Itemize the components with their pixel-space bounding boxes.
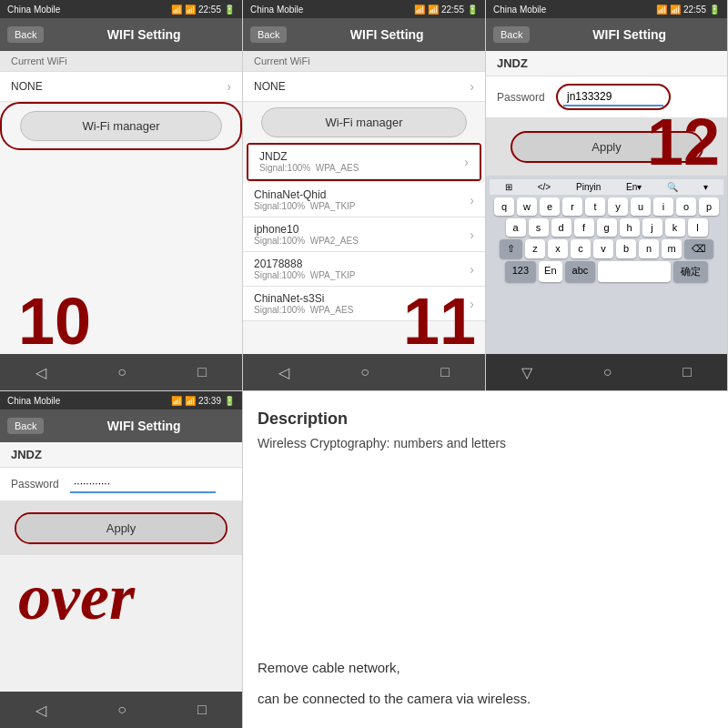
kb-y[interactable]: y xyxy=(608,197,628,216)
password-input-12[interactable] xyxy=(563,88,663,106)
jndz-outlined-11[interactable]: JNDZ Signal:100% WPA_AES › xyxy=(247,143,481,181)
password-input-4[interactable] xyxy=(70,475,216,493)
network-jndz-11[interactable]: JNDZ Signal:100% WPA_AES › xyxy=(248,145,480,179)
recents-nav-icon-10[interactable]: □ xyxy=(197,364,207,380)
chevron-11a: › xyxy=(470,79,474,94)
kb-i[interactable]: i xyxy=(653,197,673,216)
kb-t[interactable]: t xyxy=(585,197,605,216)
kb-s[interactable]: s xyxy=(529,218,549,237)
back-button-4[interactable]: Back xyxy=(7,418,44,434)
status-bar-12: China Mobile 📶 📶 22:55 🔋 xyxy=(486,0,727,18)
kb-f[interactable]: f xyxy=(574,218,594,237)
nav-title-12: WIFI Setting xyxy=(539,27,720,42)
kb-o[interactable]: o xyxy=(676,197,696,216)
network-chinanet-qhid-11[interactable]: ChinaNet-Qhid Signal:100% WPA_TKIP › xyxy=(243,183,485,217)
kb-h[interactable]: h xyxy=(620,218,640,237)
apply-button-4[interactable]: Apply xyxy=(16,514,226,542)
kb-j[interactable]: j xyxy=(642,218,662,237)
kb-q[interactable]: q xyxy=(494,197,514,216)
kb-code-icon[interactable]: </> xyxy=(538,182,551,192)
screen-4-bottom: China Mobile 📶 📶 23:39 🔋 Back WIFI Setti… xyxy=(0,391,243,728)
kb-123[interactable]: 123 xyxy=(505,261,536,282)
back-nav-icon-11[interactable]: ◁ xyxy=(278,364,289,381)
kb-expand-icon[interactable]: ▾ xyxy=(703,182,708,192)
wifi-manager-outline-10[interactable]: Wi-Fi manager xyxy=(0,102,242,150)
kb-pinyin-btn[interactable]: Pinyin xyxy=(576,182,601,192)
back-nav-icon-10[interactable]: ◁ xyxy=(35,364,46,381)
kb-grid-icon[interactable]: ⊞ xyxy=(505,182,512,192)
wifi-manager-btn-11[interactable]: Wi-Fi manager xyxy=(261,107,467,137)
jndz-label-4: JNDZ xyxy=(0,442,242,468)
network-20178888-11[interactable]: 20178888 Signal:100% WPA_TKIP › xyxy=(243,252,485,287)
screen-10: China Mobile 📶 📶 22:55 🔋 Back WIFI Setti… xyxy=(0,0,243,391)
chinanet-qhid-detail: Signal:100% WPA_TKIP xyxy=(254,201,356,211)
kb-en[interactable]: En xyxy=(539,261,561,282)
kb-shift[interactable]: ⇧ xyxy=(500,239,522,258)
back-button-11[interactable]: Back xyxy=(250,26,287,43)
section-header-10: Current WiFi xyxy=(0,51,242,72)
jndz-name-11: JNDZ xyxy=(259,150,359,163)
description-title: Description xyxy=(258,410,713,429)
kb-n[interactable]: n xyxy=(639,239,659,258)
step-number-10: 10 xyxy=(18,288,91,354)
kb-r[interactable]: r xyxy=(562,197,582,216)
none-item-10[interactable]: NONE › xyxy=(0,72,242,102)
kb-v[interactable]: v xyxy=(593,239,613,258)
kb-k[interactable]: k xyxy=(665,218,685,237)
kb-d[interactable]: d xyxy=(551,218,571,237)
kb-x[interactable]: x xyxy=(548,239,568,258)
kb-g[interactable]: g xyxy=(597,218,617,237)
kb-u[interactable]: u xyxy=(631,197,651,216)
kb-search-icon[interactable]: 🔍 xyxy=(667,182,678,192)
kb-w[interactable]: w xyxy=(517,197,537,216)
step-number-11: 11 xyxy=(403,288,476,354)
kb-en-btn[interactable]: En▾ xyxy=(626,182,642,192)
wifi-manager-btn-10[interactable]: Wi-Fi manager xyxy=(20,111,222,141)
none-item-11[interactable]: NONE › xyxy=(243,72,485,102)
carrier-4: China Mobile xyxy=(7,396,60,406)
home-nav-icon-10[interactable]: ○ xyxy=(117,364,126,380)
kb-row-1: q w e r t y u i o p xyxy=(490,197,723,216)
nav-bar-12: Back WIFI Setting xyxy=(486,18,727,51)
over-section: over xyxy=(0,555,242,692)
back-nav-icon-12[interactable]: ▽ xyxy=(521,364,532,381)
content-4: JNDZ Password Apply xyxy=(0,442,242,555)
kb-z[interactable]: z xyxy=(525,239,545,258)
kb-p[interactable]: p xyxy=(699,197,719,216)
screen-12: China Mobile 📶 📶 22:55 🔋 Back WIFI Setti… xyxy=(486,0,728,391)
back-button-12[interactable]: Back xyxy=(493,26,530,43)
chinanet-s3si-name: ChinaNet-s3Si xyxy=(254,292,353,305)
kb-row-3: ⇧ z x c v b n m ⌫ xyxy=(490,239,723,258)
network-iphone10-11[interactable]: iphone10 Signal:100% WPA2_AES › xyxy=(243,217,485,252)
remove-detail: can be connected to the camera via wirel… xyxy=(258,688,713,710)
home-nav-icon-4[interactable]: ○ xyxy=(117,702,126,718)
kb-backspace[interactable]: ⌫ xyxy=(684,239,713,258)
kb-e[interactable]: e xyxy=(540,197,560,216)
kb-b[interactable]: b xyxy=(616,239,636,258)
recents-nav-icon-12[interactable]: □ xyxy=(682,364,692,380)
back-button-10[interactable]: Back xyxy=(7,26,44,43)
kb-confirm[interactable]: 确定 xyxy=(673,261,708,282)
status-icons-4: 📶 📶 23:39 🔋 xyxy=(171,396,235,406)
section-header-11: Current WiFi xyxy=(243,51,485,72)
20178888-detail: Signal:100% WPA_TKIP xyxy=(254,270,356,280)
recents-nav-icon-4[interactable]: □ xyxy=(197,702,207,718)
kb-c[interactable]: c xyxy=(571,239,591,258)
back-nav-icon-4[interactable]: ◁ xyxy=(35,702,46,719)
status-bar-4: China Mobile 📶 📶 23:39 🔋 xyxy=(0,391,242,410)
home-nav-icon-12[interactable]: ○ xyxy=(603,364,612,380)
description-line1: Wireless Cryptography: numbers and lette… xyxy=(258,434,713,453)
recents-nav-icon-11[interactable]: □ xyxy=(440,364,450,380)
kb-m[interactable]: m xyxy=(662,239,682,258)
nav-bar-11: Back WIFI Setting xyxy=(243,18,485,51)
password-label-4: Password xyxy=(11,478,70,490)
status-bar-10: China Mobile 📶 📶 22:55 🔋 xyxy=(0,0,242,18)
iphone10-detail: Signal:100% WPA2_AES xyxy=(254,236,359,246)
kb-abc[interactable]: abc xyxy=(565,261,596,282)
home-nav-icon-11[interactable]: ○ xyxy=(360,364,369,380)
kb-l[interactable]: l xyxy=(688,218,708,237)
kb-a[interactable]: a xyxy=(506,218,526,237)
kb-row-4: 123 En abc 确定 xyxy=(490,261,723,282)
description-area: Description Wireless Cryptography: numbe… xyxy=(243,391,728,728)
kb-space[interactable] xyxy=(598,261,671,282)
